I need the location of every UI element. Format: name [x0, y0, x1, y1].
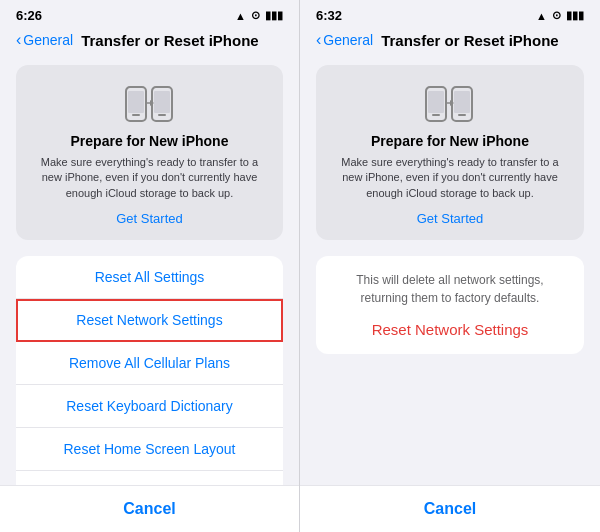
- left-status-icons: ▲ ⊙ ▮▮▮: [235, 9, 283, 22]
- right-status-bar: 6:32 ▲ ⊙ ▮▮▮: [300, 0, 600, 27]
- right-confirm-reset-button[interactable]: Reset Network Settings: [332, 321, 568, 338]
- right-back-button[interactable]: ‹ General: [316, 31, 373, 49]
- right-prepare-title: Prepare for New iPhone: [332, 133, 568, 149]
- svg-rect-8: [428, 91, 444, 113]
- right-get-started-link[interactable]: Get Started: [332, 211, 568, 226]
- svg-rect-11: [454, 91, 470, 113]
- svg-rect-4: [154, 91, 170, 113]
- left-content: Prepare for New iPhone Make sure everyth…: [0, 57, 299, 485]
- right-confirmation-desc: This will delete all network settings, r…: [332, 272, 568, 307]
- right-signal-icon: ▲: [536, 10, 547, 22]
- reset-location-privacy-item[interactable]: Reset Location & Privacy: [16, 471, 283, 485]
- left-nav-title: Transfer or Reset iPhone: [81, 32, 259, 49]
- two-phones-icon: [124, 96, 176, 132]
- right-back-label: General: [323, 32, 373, 48]
- left-time: 6:26: [16, 8, 42, 23]
- right-screen: 6:32 ▲ ⊙ ▮▮▮ ‹ General Transfer or Reset…: [300, 0, 600, 532]
- left-back-label: General: [23, 32, 73, 48]
- left-get-started-link[interactable]: Get Started: [32, 211, 267, 226]
- left-prepare-card: Prepare for New iPhone Make sure everyth…: [16, 65, 283, 240]
- reset-home-screen-item[interactable]: Reset Home Screen Layout: [16, 428, 283, 471]
- svg-rect-9: [432, 114, 440, 116]
- left-screen: 6:26 ▲ ⊙ ▮▮▮ ‹ General Transfer or Reset…: [0, 0, 300, 532]
- left-cancel-button[interactable]: Cancel: [0, 485, 299, 532]
- reset-all-settings-item[interactable]: Reset All Settings: [16, 256, 283, 299]
- right-battery-icon: ▮▮▮: [566, 9, 584, 22]
- right-back-chevron-icon: ‹: [316, 31, 321, 49]
- right-status-icons: ▲ ⊙ ▮▮▮: [536, 9, 584, 22]
- left-status-bar: 6:26 ▲ ⊙ ▮▮▮: [0, 0, 299, 27]
- right-nav-bar: ‹ General Transfer or Reset iPhone: [300, 27, 600, 57]
- left-prepare-desc: Make sure everything's ready to transfer…: [32, 155, 267, 201]
- right-content: Prepare for New iPhone Make sure everyth…: [300, 57, 600, 485]
- svg-rect-1: [128, 91, 144, 113]
- signal-icon: ▲: [235, 10, 246, 22]
- battery-icon: ▮▮▮: [265, 9, 283, 22]
- svg-rect-5: [158, 114, 166, 116]
- left-prepare-title: Prepare for New iPhone: [32, 133, 267, 149]
- right-prepare-card: Prepare for New iPhone Make sure everyth…: [316, 65, 584, 240]
- remove-cellular-plans-item[interactable]: Remove All Cellular Plans: [16, 342, 283, 385]
- right-cancel-button[interactable]: Cancel: [300, 485, 600, 532]
- wifi-icon: ⊙: [251, 9, 260, 22]
- right-two-phones-icon: [424, 96, 476, 132]
- left-reset-list: Reset All Settings Reset Network Setting…: [16, 256, 283, 485]
- reset-keyboard-dictionary-item[interactable]: Reset Keyboard Dictionary: [16, 385, 283, 428]
- right-wifi-icon: ⊙: [552, 9, 561, 22]
- left-back-chevron-icon: ‹: [16, 31, 21, 49]
- reset-network-settings-item[interactable]: Reset Network Settings: [16, 299, 283, 342]
- right-confirmation-box: This will delete all network settings, r…: [316, 256, 584, 354]
- right-nav-title: Transfer or Reset iPhone: [381, 32, 559, 49]
- left-back-button[interactable]: ‹ General: [16, 31, 73, 49]
- right-time: 6:32: [316, 8, 342, 23]
- svg-rect-12: [458, 114, 466, 116]
- right-prepare-desc: Make sure everything's ready to transfer…: [332, 155, 568, 201]
- left-nav-bar: ‹ General Transfer or Reset iPhone: [0, 27, 299, 57]
- svg-rect-2: [132, 114, 140, 116]
